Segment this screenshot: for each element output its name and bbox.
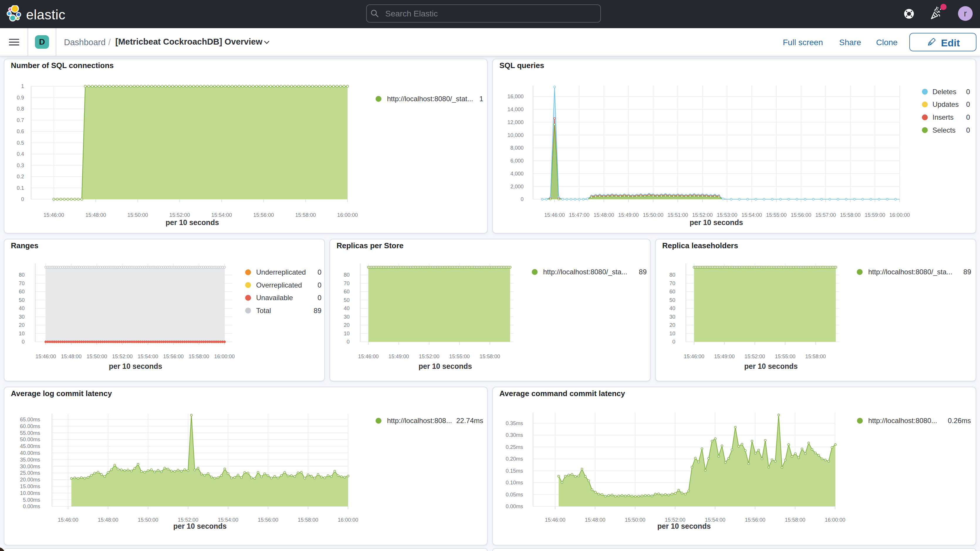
svg-text:Selects: Selects xyxy=(932,126,956,134)
svg-text:0: 0 xyxy=(318,281,321,289)
svg-text:15:55:00: 15:55:00 xyxy=(775,354,795,360)
svg-text:25.00ms: 25.00ms xyxy=(20,470,40,476)
svg-text:70: 70 xyxy=(670,280,675,287)
svg-text:Updates: Updates xyxy=(932,100,959,108)
svg-text:50: 50 xyxy=(344,297,350,303)
svg-text:15:56:00: 15:56:00 xyxy=(253,212,274,218)
svg-text:15:48:00: 15:48:00 xyxy=(585,517,605,523)
svg-text:20: 20 xyxy=(19,322,25,328)
svg-text:0.2: 0.2 xyxy=(17,174,24,180)
svg-text:15:50:00: 15:50:00 xyxy=(138,517,158,523)
svg-text:Inserts: Inserts xyxy=(932,113,954,121)
svg-text:30: 30 xyxy=(344,314,350,320)
svg-text:16:00:00: 16:00:00 xyxy=(338,517,358,523)
svg-text:55.00ms: 55.00ms xyxy=(20,430,40,436)
svg-text:15:52:00: 15:52:00 xyxy=(692,212,713,218)
svg-text:20.00ms: 20.00ms xyxy=(20,477,40,483)
svg-text:15:50:00: 15:50:00 xyxy=(625,517,646,523)
svg-text:22.74ms: 22.74ms xyxy=(456,417,483,425)
svg-text:1: 1 xyxy=(479,95,483,103)
svg-text:http://localhost:8080/_sta...: http://localhost:8080/_sta... xyxy=(543,268,627,276)
svg-text:30.00ms: 30.00ms xyxy=(20,463,40,470)
svg-text:60: 60 xyxy=(670,289,675,295)
svg-text:Overreplicated: Overreplicated xyxy=(256,281,302,289)
svg-text:20: 20 xyxy=(344,322,350,328)
svg-text:14,000: 14,000 xyxy=(508,107,524,112)
svg-text:15:46:00: 15:46:00 xyxy=(35,354,56,360)
svg-text:5.00ms: 5.00ms xyxy=(23,497,40,503)
svg-text:per 10 seconds: per 10 seconds xyxy=(109,362,162,370)
svg-text:70: 70 xyxy=(344,280,350,287)
svg-text:10.00ms: 10.00ms xyxy=(20,490,40,496)
svg-text:0: 0 xyxy=(521,196,524,202)
svg-text:0: 0 xyxy=(318,268,321,276)
svg-text:15:50:00: 15:50:00 xyxy=(127,212,148,218)
svg-text:15:53:00: 15:53:00 xyxy=(717,212,737,218)
svg-text:15:59:00: 15:59:00 xyxy=(865,212,885,218)
svg-text:per 10 seconds: per 10 seconds xyxy=(165,218,219,226)
svg-text:0.25ms: 0.25ms xyxy=(506,444,523,450)
svg-text:70: 70 xyxy=(19,280,25,287)
svg-text:1: 1 xyxy=(21,83,24,89)
svg-text:per 10 seconds: per 10 seconds xyxy=(745,362,798,370)
svg-text:15:49:00: 15:49:00 xyxy=(618,212,639,218)
svg-text:15:54:00: 15:54:00 xyxy=(211,212,232,218)
svg-text:16:00:00: 16:00:00 xyxy=(825,517,845,523)
svg-text:0.26ms: 0.26ms xyxy=(948,417,971,425)
svg-text:50: 50 xyxy=(19,297,25,303)
svg-text:Deletes: Deletes xyxy=(932,88,956,96)
svg-text:15:58:00: 15:58:00 xyxy=(189,354,209,360)
svg-text:0.05ms: 0.05ms xyxy=(506,492,523,498)
svg-text:http://localhost:8080...: http://localhost:8080... xyxy=(868,417,937,425)
svg-text:15:52:00: 15:52:00 xyxy=(112,354,133,360)
svg-text:0.7: 0.7 xyxy=(17,117,24,123)
svg-text:0.3: 0.3 xyxy=(17,162,24,169)
svg-text:per 10 seconds: per 10 seconds xyxy=(419,362,472,370)
svg-text:0.35ms: 0.35ms xyxy=(506,420,523,426)
svg-text:12,000: 12,000 xyxy=(508,119,524,125)
svg-text:0.30ms: 0.30ms xyxy=(506,432,523,438)
svg-text:4,000: 4,000 xyxy=(511,171,524,177)
svg-text:15:50:00: 15:50:00 xyxy=(643,212,663,218)
svg-text:40: 40 xyxy=(670,306,675,311)
svg-text:0.1: 0.1 xyxy=(17,185,24,191)
svg-text:0.00ms: 0.00ms xyxy=(23,503,40,510)
svg-text:0: 0 xyxy=(966,113,970,121)
svg-text:6,000: 6,000 xyxy=(511,158,524,164)
svg-text:0.5: 0.5 xyxy=(17,140,24,146)
svg-text:http://localhost:808...: http://localhost:808... xyxy=(387,417,452,425)
svg-text:per 10 seconds: per 10 seconds xyxy=(173,522,226,530)
svg-text:0: 0 xyxy=(966,126,970,134)
svg-text:30: 30 xyxy=(19,314,25,320)
svg-text:80: 80 xyxy=(19,272,25,278)
svg-text:15:55:00: 15:55:00 xyxy=(449,354,470,360)
svg-text:35.00ms: 35.00ms xyxy=(20,457,40,463)
svg-text:15:58:00: 15:58:00 xyxy=(840,212,861,218)
svg-text:0.10ms: 0.10ms xyxy=(506,480,523,486)
svg-text:15:58:00: 15:58:00 xyxy=(785,517,805,523)
svg-text:15.00ms: 15.00ms xyxy=(20,484,40,489)
svg-text:15:54:00: 15:54:00 xyxy=(138,354,158,360)
svg-text:15:48:00: 15:48:00 xyxy=(61,354,81,360)
svg-text:0.4: 0.4 xyxy=(17,151,24,157)
svg-text:10: 10 xyxy=(19,331,25,336)
svg-text:15:46:00: 15:46:00 xyxy=(43,212,64,218)
svg-text:20: 20 xyxy=(670,322,675,328)
svg-text:89: 89 xyxy=(313,307,321,315)
svg-text:8,000: 8,000 xyxy=(511,145,524,151)
svg-text:16,000: 16,000 xyxy=(508,94,524,99)
svg-text:Total: Total xyxy=(256,307,271,315)
svg-text:15:46:00: 15:46:00 xyxy=(545,517,565,523)
svg-text:15:54:00: 15:54:00 xyxy=(741,212,762,218)
svg-text:per 10 seconds: per 10 seconds xyxy=(657,522,711,530)
svg-text:15:48:00: 15:48:00 xyxy=(593,212,614,218)
svg-text:http://localhost:8080/_stat...: http://localhost:8080/_stat... xyxy=(387,95,473,103)
svg-text:60: 60 xyxy=(344,289,350,295)
svg-text:0.00ms: 0.00ms xyxy=(506,503,523,510)
svg-text:2,000: 2,000 xyxy=(511,184,524,190)
svg-text:10: 10 xyxy=(670,331,675,336)
svg-text:50.00ms: 50.00ms xyxy=(20,436,40,443)
svg-text:89: 89 xyxy=(963,268,971,276)
svg-text:15:56:00: 15:56:00 xyxy=(163,354,184,360)
svg-text:15:52:00: 15:52:00 xyxy=(419,354,439,360)
